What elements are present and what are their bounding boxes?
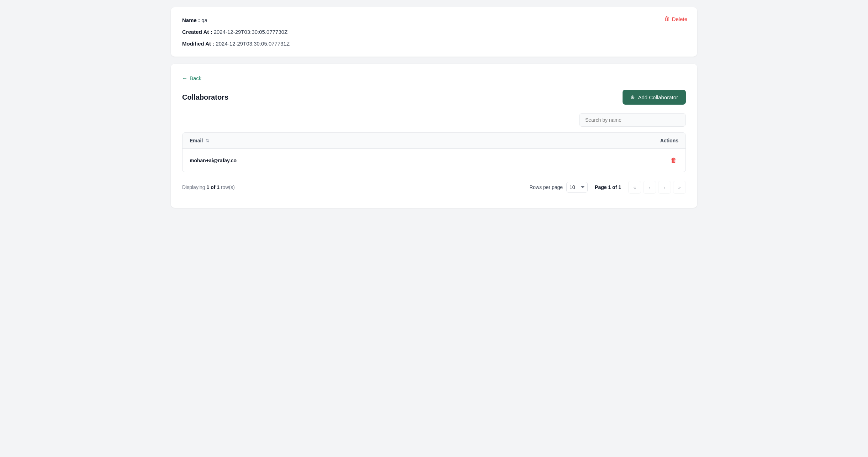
back-label: Back	[190, 75, 201, 81]
section-title: Collaborators	[182, 93, 228, 101]
table-body: mohan+ai@rafay.co 🗑	[182, 149, 686, 172]
back-arrow-icon: ←	[182, 75, 187, 81]
search-area	[182, 113, 686, 127]
add-collaborator-button[interactable]: ⊕ Add Collaborator	[623, 90, 686, 105]
row-trash-icon: 🗑	[671, 157, 677, 164]
modified-at-value: 2024-12-29T03:30:05.077731Z	[216, 41, 290, 47]
page-wrapper: Name : qa Created At : 2024-12-29T03:30:…	[171, 7, 697, 208]
page-info: Page 1 of 1	[595, 184, 621, 190]
collaborators-table-container: Email ⇅ Actions mohan+ai@rafay.co	[182, 132, 686, 172]
section-header: Collaborators ⊕ Add Collaborator	[182, 90, 686, 105]
created-at-row: Created At : 2024-12-29T03:30:05.077730Z	[182, 29, 686, 35]
modified-at-row: Modified At : 2024-12-29T03:30:05.077731…	[182, 41, 686, 47]
sort-icon: ⇅	[206, 138, 209, 143]
email-column-label: Email	[190, 138, 203, 143]
collaborators-table: Email ⇅ Actions mohan+ai@rafay.co	[182, 133, 686, 172]
back-link[interactable]: ← Back	[182, 75, 201, 81]
modified-at-label: Modified At :	[182, 41, 214, 47]
email-value: mohan+ai@rafay.co	[190, 158, 237, 163]
pagination-right: Rows per page 5 10 25 50 100 Page 1 of 1…	[529, 181, 686, 194]
pagination-row: Displaying 1 of 1 row(s) Rows per page 5…	[182, 181, 686, 194]
trash-icon: 🗑	[664, 16, 670, 22]
plus-circle-icon: ⊕	[630, 94, 635, 100]
actions-column-header: Actions	[511, 133, 686, 149]
add-collaborator-label: Add Collaborator	[638, 94, 678, 100]
info-card: Name : qa Created At : 2024-12-29T03:30:…	[171, 7, 697, 57]
search-input[interactable]	[579, 113, 686, 127]
displaying-count: 1 of 1	[206, 184, 219, 190]
rows-per-page-label: Rows per page	[529, 184, 563, 190]
delete-label: Delete	[672, 16, 687, 22]
name-row: Name : qa	[182, 17, 686, 23]
actions-column-label: Actions	[660, 138, 678, 143]
email-cell: mohan+ai@rafay.co	[182, 149, 511, 172]
pagination-buttons: « ‹ › »	[628, 181, 686, 194]
created-at-label: Created At :	[182, 29, 212, 35]
delete-button[interactable]: 🗑 Delete	[664, 16, 687, 22]
table-header: Email ⇅ Actions	[182, 133, 686, 149]
created-at-value: 2024-12-29T03:30:05.077730Z	[214, 29, 288, 35]
next-page-button[interactable]: ›	[658, 181, 671, 194]
last-page-button[interactable]: »	[673, 181, 686, 194]
prev-page-button[interactable]: ‹	[643, 181, 656, 194]
actions-cell: 🗑	[511, 149, 686, 172]
displaying-text: Displaying 1 of 1 row(s)	[182, 184, 235, 190]
first-page-button[interactable]: «	[628, 181, 641, 194]
rows-per-page: Rows per page 5 10 25 50 100	[529, 182, 588, 193]
name-label: Name :	[182, 17, 200, 23]
table-row: mohan+ai@rafay.co 🗑	[182, 149, 686, 172]
name-value: qa	[201, 17, 207, 23]
table-header-row: Email ⇅ Actions	[182, 133, 686, 149]
rows-per-page-select[interactable]: 5 10 25 50 100	[566, 182, 588, 193]
displaying-prefix: Displaying	[182, 184, 206, 190]
displaying-suffix: row(s)	[221, 184, 235, 190]
email-column-header[interactable]: Email ⇅	[182, 133, 511, 149]
main-section: ← Back Collaborators ⊕ Add Collaborator …	[171, 64, 697, 208]
row-delete-button[interactable]: 🗑	[669, 155, 678, 166]
